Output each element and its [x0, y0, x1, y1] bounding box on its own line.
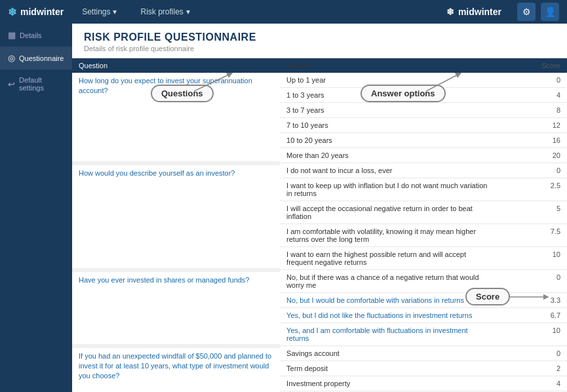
answer-cell: 7 to 10 years [280, 118, 498, 133]
score-cell: 4 [498, 88, 567, 103]
score-cell: 0 [498, 270, 567, 293]
brand-logo: ❄ midwinter [8, 6, 64, 18]
page-title: RISK PROFILE QUESTIONNAIRE [84, 31, 555, 43]
brand-snowflake-icon: ❄ [8, 6, 16, 18]
brand-right: ❄ midwinter [446, 7, 501, 17]
page-header: RISK PROFILE QUESTIONNAIRE Details of ri… [72, 24, 567, 58]
score-cell: 5 [498, 201, 567, 224]
answer-cell: No, but if there was a chance of a negat… [280, 270, 498, 293]
answer-cell: No, but I would be comfortable with vari… [280, 293, 498, 308]
score-cell: 0 [498, 73, 567, 88]
sidebar-item-details-label: Details [20, 31, 42, 39]
grid-icon: ▦ [8, 30, 16, 40]
score-cell: 2.5 [498, 178, 567, 201]
score-cell: 7.5 [498, 224, 567, 247]
circle-icon: ◎ [8, 53, 15, 63]
answer-cell: Yes, and I am comfortable with fluctuati… [280, 323, 498, 346]
nav-item-risk-profiles[interactable]: Risk profiles ▾ [135, 0, 195, 24]
score-cell: 2 [498, 361, 567, 376]
answer-cell: Term deposit [280, 361, 498, 376]
table-header-row: Question Answer Score [72, 58, 567, 73]
sidebar-item-questionnaire[interactable]: ◎ Questionnaire [0, 47, 72, 69]
brand-right-name: midwinter [458, 7, 501, 17]
score-cell: 0 [498, 346, 567, 361]
answer-cell: More than 20 years [280, 148, 498, 163]
sidebar-item-default-settings[interactable]: ↩ Default settings [0, 69, 72, 98]
brand-name: midwinter [20, 7, 64, 17]
score-cell: 6.7 [498, 308, 567, 323]
answer-cell: I want to keep up with inflation but I d… [280, 178, 498, 201]
page-subtitle: Details of risk profile questionnaire [84, 45, 555, 52]
sidebar-item-details[interactable]: ▦ Details [0, 24, 72, 47]
table-row: How long do you expect to invest your su… [72, 73, 567, 88]
answer-cell: 1 to 3 years [280, 88, 498, 103]
main-layout: ▦ Details ◎ Questionnaire ↩ Default sett… [0, 24, 567, 392]
sidebar: ▦ Details ◎ Questionnaire ↩ Default sett… [0, 24, 72, 392]
answer-cell: 10 to 20 years [280, 133, 498, 148]
top-navigation: ❄ midwinter Settings ▾ Risk profiles ▾ ❄… [0, 0, 567, 24]
question-cell: How long do you expect to invest your su… [72, 73, 280, 163]
answer-cell: Savings account [280, 346, 498, 361]
answer-cell: I will accept the occasional negative re… [280, 201, 498, 224]
question-cell: If you had an unexpected windfall of $50… [72, 346, 280, 393]
questionnaire-table-container[interactable]: Questions Answer options [72, 58, 567, 392]
nav-risk-profiles-arrow-icon: ▾ [186, 7, 190, 16]
table-row: How would you describe yourself as an in… [72, 163, 567, 178]
user-icon: 👤 [545, 7, 556, 17]
questionnaire-table: Question Answer Score How long do you ex… [72, 58, 567, 392]
table-row: Have you ever invested in shares or mana… [72, 270, 567, 293]
nav-risk-profiles-label: Risk profiles [140, 7, 183, 16]
score-cell: 3.3 [498, 293, 567, 308]
score-cell: 12 [498, 118, 567, 133]
back-icon: ↩ [8, 79, 15, 89]
answer-cell: Yes, but I did not like the fluctuations… [280, 308, 498, 323]
col-header-answer: Answer [280, 58, 498, 73]
score-cell: 20 [498, 148, 567, 163]
answer-cell: 3 to 7 years [280, 103, 498, 118]
nav-left: ❄ midwinter Settings ▾ Risk profiles ▾ [8, 0, 195, 24]
brand-right-snowflake-icon: ❄ [446, 7, 454, 17]
user-button[interactable]: 👤 [541, 3, 559, 21]
nav-right: ❄ midwinter ⚙ 👤 [446, 3, 559, 21]
content-area: RISK PROFILE QUESTIONNAIRE Details of ri… [72, 24, 567, 392]
question-cell: How would you describe yourself as an in… [72, 163, 280, 270]
nav-settings-arrow-icon: ▾ [113, 7, 117, 16]
answer-cell: I do not want to incur a loss, ever [280, 163, 498, 178]
nav-item-settings[interactable]: Settings ▾ [77, 0, 122, 24]
gear-icon: ⚙ [522, 7, 531, 17]
score-cell: 10 [498, 247, 567, 270]
score-cell: 10 [498, 323, 567, 346]
score-cell: 8 [498, 103, 567, 118]
col-header-question: Question [72, 58, 280, 73]
sidebar-item-questionnaire-label: Questionnaire [19, 54, 64, 62]
answer-cell: I want to earn the highest possible retu… [280, 247, 498, 270]
score-cell: 0 [498, 163, 567, 178]
col-header-score: Score [498, 58, 567, 73]
question-cell: Have you ever invested in shares or mana… [72, 270, 280, 346]
nav-settings-label: Settings [82, 7, 110, 16]
table-body: How long do you expect to invest your su… [72, 73, 567, 392]
answer-cell: I am comfortable with volatility, knowin… [280, 224, 498, 247]
answer-cell: Up to 1 year [280, 73, 498, 88]
answer-cell: Investment property [280, 376, 498, 391]
gear-button[interactable]: ⚙ [517, 3, 536, 21]
score-cell: 4 [498, 376, 567, 391]
sidebar-item-default-settings-label: Default settings [19, 76, 64, 92]
table-row: If you had an unexpected windfall of $50… [72, 346, 567, 361]
score-cell: 16 [498, 133, 567, 148]
